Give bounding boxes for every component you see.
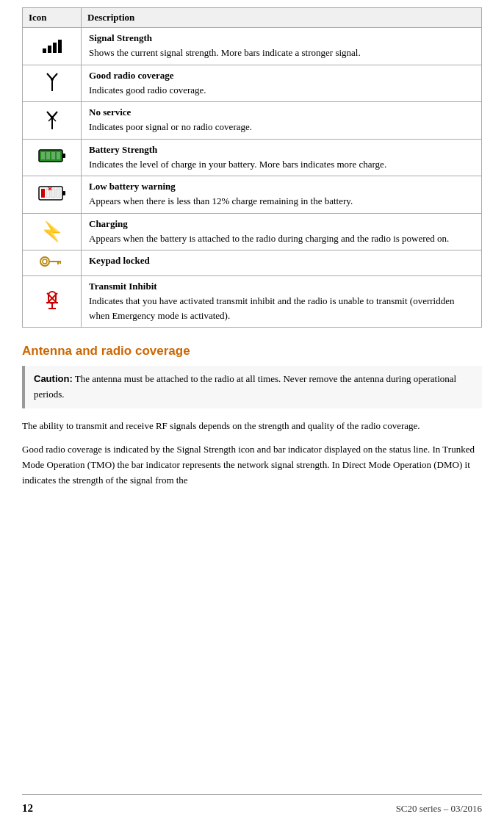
keypad-locked-icon (39, 255, 65, 268)
table-row: No service Indicates poor signal or no r… (23, 102, 482, 140)
battery-strength-body: Indicates the level of charge in your ba… (89, 157, 474, 172)
no-service-icon-cell (23, 102, 82, 140)
transmit-inhibit-desc: Transmit Inhibit Indicates that you have… (82, 276, 482, 328)
low-battery-warning-icon (38, 192, 66, 203)
good-radio-desc: Good radio coverage Indicates good radio… (82, 65, 482, 102)
battery-strength-icon (38, 154, 66, 165)
svg-rect-21 (57, 189, 60, 198)
svg-rect-11 (62, 154, 65, 158)
table-row: Good radio coverage Indicates good radio… (23, 65, 482, 102)
table-row: ⚡ Charging Appears when the battery is a… (23, 213, 482, 250)
signal-strength-desc: Signal Strength Shows the current signal… (82, 28, 482, 65)
transmit-inhibit-icon-cell (23, 276, 82, 328)
svg-rect-15 (57, 152, 60, 159)
charging-desc: Charging Appears when the battery is att… (82, 213, 482, 250)
signal-strength-body: Shows the current signal strength. More … (89, 46, 474, 60)
svg-rect-12 (41, 152, 45, 159)
col-icon-header: Icon (23, 8, 82, 28)
section-heading: Antenna and radio coverage (22, 344, 482, 358)
svg-point-24 (40, 257, 49, 266)
caution-box: Caution: The antenna must be attached to… (22, 366, 482, 408)
table-row: Transmit Inhibit Indicates that you have… (23, 276, 482, 328)
body-para-2: Good radio coverage is indicated by the … (22, 442, 482, 488)
signal-strength-icon (43, 37, 62, 53)
battery-strength-icon-cell (23, 139, 82, 176)
footer-page-number: 12 (22, 802, 33, 815)
page-wrapper: Icon Description Signal Strength Shows t (0, 0, 504, 822)
page-footer: 12 SC20 series – 03/2016 (22, 794, 482, 815)
transmit-inhibit-title: Transmit Inhibit (89, 281, 474, 292)
good-radio-icon-cell (23, 65, 82, 102)
svg-rect-13 (46, 152, 50, 159)
table-row: Battery Strength Indicates the level of … (23, 139, 482, 176)
no-service-desc: No service Indicates poor signal or no r… (82, 102, 482, 140)
no-service-body: Indicates poor signal or no radio covera… (89, 120, 474, 134)
charging-body: Appears when the battery is attached to … (89, 231, 474, 246)
low-battery-body: Appears when there is less than 12% char… (89, 194, 474, 209)
good-radio-coverage-icon (43, 71, 61, 95)
low-battery-title: Low battery warning (89, 181, 474, 192)
low-battery-desc: Low battery warning Appears when there i… (82, 176, 482, 214)
svg-point-3 (51, 78, 54, 81)
transmit-inhibit-body: Indicates that you have activated transm… (89, 294, 474, 322)
body-para-2-text: Good radio coverage is indicated by the … (22, 444, 475, 486)
table-row: Low battery warning Appears when there i… (23, 176, 482, 214)
svg-rect-17 (62, 191, 65, 195)
col-desc-header: Description (82, 8, 482, 28)
charging-icon: ⚡ (40, 220, 64, 243)
signal-strength-icon-cell (23, 28, 82, 65)
battery-strength-desc: Battery Strength Indicates the level of … (82, 139, 482, 176)
icon-table: Icon Description Signal Strength Shows t (22, 7, 482, 328)
caution-label: Caution: (34, 373, 73, 384)
keypad-locked-desc: Keypad locked (82, 250, 482, 276)
battery-strength-title: Battery Strength (89, 144, 474, 156)
table-row: Signal Strength Shows the current signal… (23, 28, 482, 65)
charging-title: Charging (89, 218, 474, 230)
svg-rect-20 (51, 189, 55, 198)
charging-icon-cell: ⚡ (23, 213, 82, 250)
svg-point-25 (43, 259, 47, 264)
svg-rect-14 (51, 152, 55, 159)
transmit-inhibit-icon (41, 303, 63, 314)
good-radio-title: Good radio coverage (89, 70, 474, 82)
signal-strength-title: Signal Strength (89, 32, 474, 44)
table-row: Keypad locked (23, 250, 482, 276)
caution-text: The antenna must be attached to the radi… (34, 373, 456, 400)
keypad-locked-icon-cell (23, 250, 82, 276)
no-service-icon (43, 120, 61, 131)
svg-rect-18 (41, 189, 45, 198)
low-battery-icon-cell (23, 176, 82, 214)
footer-product: SC20 series – 03/2016 (396, 803, 482, 815)
keypad-locked-title: Keypad locked (89, 255, 474, 267)
body-para-1: The ability to transmit and receive RF s… (22, 419, 482, 434)
no-service-title: No service (89, 107, 474, 118)
good-radio-body: Indicates good radio coverage. (89, 83, 474, 98)
